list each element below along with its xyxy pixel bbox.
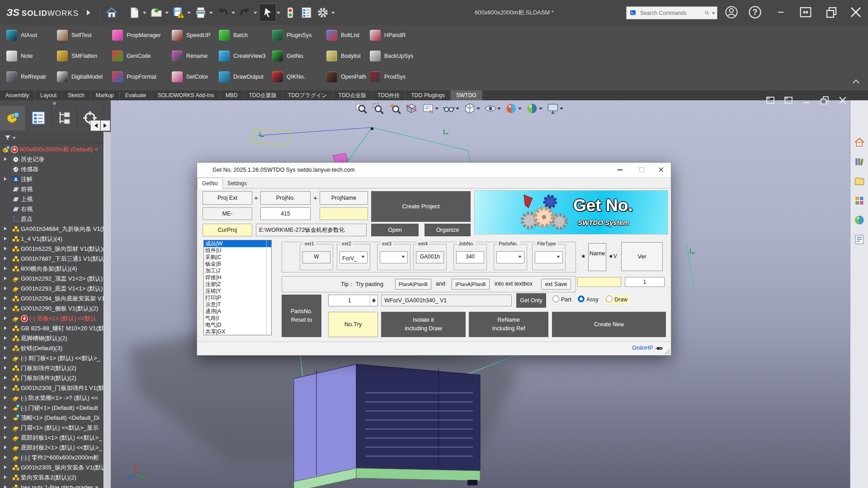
expand-arrow-icon[interactable] [4, 455, 9, 459]
expand-arrow-icon[interactable] [4, 465, 9, 469]
category-item[interactable]: 打印|P [204, 295, 271, 301]
category-item[interactable]: 焊接|H [204, 274, 271, 281]
hide-show-items-button[interactable] [443, 102, 459, 115]
previous-view-button[interactable] [388, 102, 401, 115]
category-item[interactable]: 采购|C [204, 254, 271, 261]
pluginsys-button[interactable]: PluginSys [266, 26, 320, 45]
category-item[interactable]: 示意|T [204, 301, 271, 308]
tree-item[interactable]: 传感器 [0, 164, 103, 174]
tab-tdo外挂[interactable]: TDO外挂 [372, 90, 406, 100]
tab-markup[interactable]: Markup [90, 90, 120, 100]
redo-caret-icon[interactable] [254, 12, 257, 16]
tree-item[interactable]: GA001h34684_九折纵向条 V1(默 [0, 224, 103, 234]
help-button[interactable]: ? [748, 5, 762, 19]
batch-button[interactable]: Batch [212, 26, 266, 45]
expand-arrow-icon[interactable] [4, 426, 9, 429]
options-button[interactable] [315, 4, 331, 21]
spinner-value[interactable]: 1 [329, 297, 370, 304]
expand-arrow-icon[interactable] [4, 475, 9, 479]
dialog-minimize-button[interactable] [611, 163, 629, 177]
category-item[interactable]: 组件|U [204, 247, 271, 254]
search-commands-box[interactable] [626, 6, 717, 19]
qikno-button[interactable]: QIKNo. [266, 67, 320, 86]
panel-grip[interactable] [53, 102, 56, 105]
save-button[interactable] [170, 4, 187, 21]
search-input[interactable] [639, 9, 703, 17]
select-tool-button[interactable] [259, 4, 276, 22]
tree-item[interactable]: 上视 [0, 194, 103, 204]
expand-arrow-icon[interactable] [4, 306, 9, 310]
tree-item[interactable]: 600x600x2000m柜 (Default) < [0, 145, 103, 155]
edit-appearance-button[interactable] [505, 102, 522, 115]
tree-item[interactable]: hex nuts 1-fine pitch-grades a [0, 483, 103, 488]
open-button[interactable] [148, 4, 165, 21]
redo-button[interactable] [237, 4, 253, 21]
radio-part[interactable]: Part [552, 296, 571, 303]
category-item[interactable]: 通用|A [204, 308, 271, 315]
tree-item[interactable]: G001h5225_纵向型材 V1(默认)( [0, 244, 103, 254]
ext1-button[interactable]: W [302, 251, 330, 263]
radio-assy-circle-icon[interactable] [578, 296, 585, 302]
tree-item[interactable]: 800横向条架(默认)(4) [0, 264, 103, 274]
category-item[interactable]: 压铸|Y [204, 288, 271, 295]
section-view-button[interactable] [405, 102, 418, 115]
bodylist-button[interactable]: Bodylist [320, 47, 363, 66]
print-caret-icon[interactable] [209, 12, 213, 16]
tree-item[interactable]: G001h2308_门板加强件1 V1(默 [0, 383, 103, 393]
print-button[interactable] [193, 4, 209, 21]
radio-assy[interactable]: Assy [578, 296, 599, 303]
tree-item[interactable]: (-) [ 零件2^600x600x2000m柜 [0, 453, 103, 463]
tree-item[interactable]: 1_4 V1(默认)(4) [0, 234, 103, 244]
expand-arrow-icon[interactable] [4, 436, 9, 439]
apply-scene-button[interactable] [526, 102, 542, 115]
rename-button[interactable]: Rename [165, 47, 212, 66]
tree-scrollbar[interactable] [104, 132, 111, 488]
display-style-button[interactable] [463, 102, 480, 115]
tree-item[interactable]: 底部封板2<1> (默认) <<默认>_ [0, 443, 103, 453]
tree-item[interactable]: G001h2293_底盖 V1<1> (默认) [0, 284, 103, 294]
rebuild-button[interactable] [282, 4, 298, 21]
window-close-button[interactable] [849, 5, 863, 19]
isolate-button[interactable]: Isolate itincluding Draw [381, 312, 466, 337]
tab-assembly[interactable]: Assembly [0, 90, 35, 100]
category-item[interactable]: 成品|W [204, 240, 271, 247]
category-item[interactable]: 钣金|B [204, 261, 271, 267]
appearances-scenes-icon[interactable] [854, 214, 865, 226]
expand-arrow-icon[interactable] [4, 326, 9, 330]
manager-tab-scroll-left[interactable] [90, 120, 100, 131]
doc-frame-2-button[interactable] [783, 95, 794, 106]
parts-counter-spinner[interactable]: 1 [328, 295, 378, 306]
expand-arrow-icon[interactable] [4, 247, 9, 250]
tip-plana-button[interactable]: PlanA|PlanB [395, 279, 431, 290]
save-caret-icon[interactable] [187, 12, 191, 16]
category-listbox[interactable]: 成品|W组件|U采购|C钣金|B加工|J焊接|H注塑|Z压铸|Y打印|P示意|T… [203, 240, 272, 335]
expand-arrow-icon[interactable] [4, 356, 9, 360]
expand-arrow-icon[interactable] [4, 296, 9, 300]
ver-button[interactable]: Ver [621, 242, 663, 271]
view-orientation-caret-icon[interactable] [497, 108, 501, 112]
category-item[interactable]: 注塑|Z [204, 281, 271, 288]
hide-show-items-caret-icon[interactable] [456, 108, 459, 112]
tab-propertymanager[interactable] [26, 106, 52, 130]
tree-item[interactable]: 铰链(Default)(3) [0, 343, 103, 353]
ext-save-button[interactable]: ext Save [541, 279, 571, 290]
category-item[interactable]: 共享|GX [204, 328, 271, 335]
search-caret-icon[interactable] [712, 12, 715, 16]
window-restore-button[interactable] [825, 5, 838, 19]
ext4-button[interactable]: GA001h [416, 251, 444, 263]
tree-item[interactable]: 门板加强件3(默认)(2) [0, 373, 103, 383]
annotation-views-caret-icon[interactable] [435, 108, 439, 112]
window-minimize-button[interactable] [774, 5, 788, 19]
doc-minimize-button[interactable] [801, 95, 812, 106]
tab-solidworks-add-ins[interactable]: SOLIDWORKS Add-Ins [152, 90, 220, 100]
prodsys-button[interactable]: ProdSys [363, 67, 418, 86]
spinner-arrows[interactable] [370, 295, 377, 306]
expand-arrow-icon[interactable] [4, 396, 9, 399]
tree-item[interactable]: (-) 前门板<1> (默认) <<默认>_ [0, 353, 103, 363]
no-try-button[interactable]: No.Try [328, 312, 378, 337]
expand-arrow-icon[interactable] [4, 316, 9, 320]
tree-item[interactable]: 前视 [0, 184, 103, 194]
design-library-icon[interactable] [854, 156, 865, 168]
proj-name-button[interactable]: ProjName [320, 191, 368, 205]
edit-appearance-caret-icon[interactable] [518, 108, 522, 112]
